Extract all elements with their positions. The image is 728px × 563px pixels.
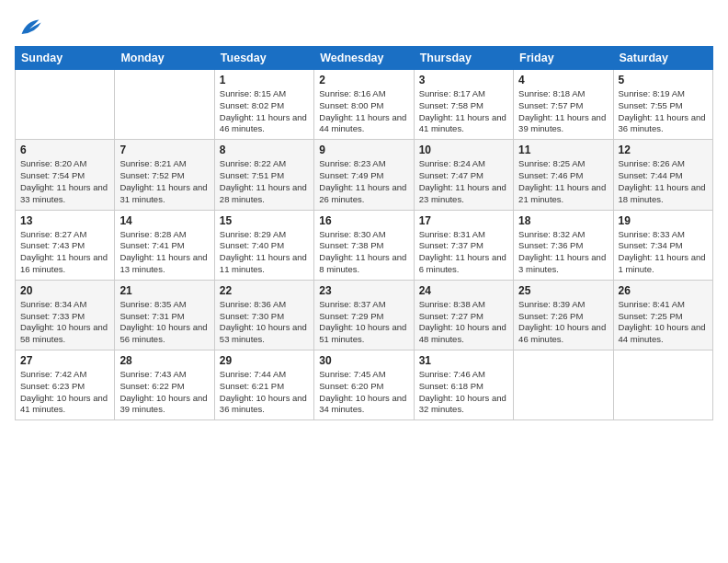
- calendar-cell: 4Sunrise: 8:18 AM Sunset: 7:57 PM Daylig…: [514, 70, 613, 140]
- day-info: Sunrise: 8:24 AM Sunset: 7:47 PM Dayligh…: [419, 158, 508, 205]
- day-info: Sunrise: 7:44 AM Sunset: 6:21 PM Dayligh…: [220, 369, 309, 416]
- logo: [15, 15, 42, 40]
- calendar-cell: 15Sunrise: 8:29 AM Sunset: 7:40 PM Dayli…: [214, 210, 313, 280]
- day-info: Sunrise: 8:31 AM Sunset: 7:37 PM Dayligh…: [419, 229, 508, 276]
- day-info: Sunrise: 7:43 AM Sunset: 6:22 PM Dayligh…: [119, 369, 209, 416]
- day-info: Sunrise: 8:41 AM Sunset: 7:25 PM Dayligh…: [619, 299, 708, 346]
- day-info: Sunrise: 8:25 AM Sunset: 7:46 PM Dayligh…: [518, 158, 608, 205]
- day-number: 10: [419, 144, 508, 156]
- calendar-week-3: 13Sunrise: 8:27 AM Sunset: 7:43 PM Dayli…: [16, 210, 713, 280]
- calendar-cell: 23Sunrise: 8:37 AM Sunset: 7:29 PM Dayli…: [314, 280, 414, 350]
- day-number: 18: [518, 214, 608, 227]
- day-number: 12: [619, 144, 708, 156]
- day-number: 26: [619, 284, 708, 297]
- day-info: Sunrise: 8:20 AM Sunset: 7:54 PM Dayligh…: [20, 158, 109, 205]
- day-info: Sunrise: 8:30 AM Sunset: 7:38 PM Dayligh…: [319, 229, 408, 276]
- day-info: Sunrise: 8:38 AM Sunset: 7:27 PM Dayligh…: [419, 299, 508, 346]
- calendar-cell: 19Sunrise: 8:33 AM Sunset: 7:34 PM Dayli…: [613, 210, 712, 280]
- calendar-cell: 7Sunrise: 8:21 AM Sunset: 7:52 PM Daylig…: [115, 140, 214, 210]
- calendar-week-4: 20Sunrise: 8:34 AM Sunset: 7:33 PM Dayli…: [16, 280, 713, 350]
- day-number: 8: [220, 144, 309, 156]
- calendar-cell: 26Sunrise: 8:41 AM Sunset: 7:25 PM Dayli…: [613, 280, 712, 350]
- day-number: 20: [20, 284, 109, 297]
- day-number: 24: [419, 284, 508, 297]
- day-info: Sunrise: 8:23 AM Sunset: 7:49 PM Dayligh…: [319, 158, 408, 205]
- logo-bird-icon: [17, 15, 42, 40]
- weekday-header-row: SundayMondayTuesdayWednesdayThursdayFrid…: [16, 47, 713, 70]
- calendar-cell: 10Sunrise: 8:24 AM Sunset: 7:47 PM Dayli…: [414, 140, 513, 210]
- weekday-header-monday: Monday: [115, 47, 214, 70]
- day-number: 29: [220, 354, 309, 367]
- day-number: 27: [20, 354, 109, 367]
- weekday-header-sunday: Sunday: [16, 47, 115, 70]
- day-info: Sunrise: 8:18 AM Sunset: 7:57 PM Dayligh…: [518, 88, 608, 135]
- calendar-cell: 30Sunrise: 7:45 AM Sunset: 6:20 PM Dayli…: [314, 350, 414, 420]
- calendar-cell: 28Sunrise: 7:43 AM Sunset: 6:22 PM Dayli…: [115, 350, 214, 420]
- day-info: Sunrise: 8:32 AM Sunset: 7:36 PM Dayligh…: [518, 229, 608, 276]
- calendar-cell: 25Sunrise: 8:39 AM Sunset: 7:26 PM Dayli…: [514, 280, 613, 350]
- day-number: 7: [119, 144, 209, 156]
- day-info: Sunrise: 8:29 AM Sunset: 7:40 PM Dayligh…: [220, 229, 309, 276]
- calendar-cell: 22Sunrise: 8:36 AM Sunset: 7:30 PM Dayli…: [214, 280, 313, 350]
- calendar-cell: 17Sunrise: 8:31 AM Sunset: 7:37 PM Dayli…: [414, 210, 513, 280]
- calendar-cell: 2Sunrise: 8:16 AM Sunset: 8:00 PM Daylig…: [314, 70, 414, 140]
- calendar-cell: 27Sunrise: 7:42 AM Sunset: 6:23 PM Dayli…: [16, 350, 115, 420]
- day-info: Sunrise: 8:39 AM Sunset: 7:26 PM Dayligh…: [518, 299, 608, 346]
- day-number: 14: [119, 214, 209, 227]
- day-info: Sunrise: 8:22 AM Sunset: 7:51 PM Dayligh…: [220, 158, 309, 205]
- day-number: 17: [419, 214, 508, 227]
- calendar-cell: 18Sunrise: 8:32 AM Sunset: 7:36 PM Dayli…: [514, 210, 613, 280]
- day-number: 15: [220, 214, 309, 227]
- calendar-table: SundayMondayTuesdayWednesdayThursdayFrid…: [15, 46, 713, 420]
- day-number: 11: [518, 144, 608, 156]
- day-number: 31: [419, 354, 508, 367]
- calendar-cell: 12Sunrise: 8:26 AM Sunset: 7:44 PM Dayli…: [613, 140, 712, 210]
- calendar-cell: 21Sunrise: 8:35 AM Sunset: 7:31 PM Dayli…: [115, 280, 214, 350]
- day-number: 1: [220, 74, 309, 86]
- day-number: 13: [20, 214, 109, 227]
- day-info: Sunrise: 8:28 AM Sunset: 7:41 PM Dayligh…: [119, 229, 209, 276]
- calendar-cell: 24Sunrise: 8:38 AM Sunset: 7:27 PM Dayli…: [414, 280, 513, 350]
- day-number: 2: [319, 74, 408, 86]
- day-info: Sunrise: 7:45 AM Sunset: 6:20 PM Dayligh…: [319, 369, 408, 416]
- calendar-cell: 3Sunrise: 8:17 AM Sunset: 7:58 PM Daylig…: [414, 70, 513, 140]
- calendar-cell: [613, 350, 712, 420]
- day-info: Sunrise: 8:35 AM Sunset: 7:31 PM Dayligh…: [119, 299, 209, 346]
- calendar-cell: 14Sunrise: 8:28 AM Sunset: 7:41 PM Dayli…: [115, 210, 214, 280]
- calendar-cell: 29Sunrise: 7:44 AM Sunset: 6:21 PM Dayli…: [214, 350, 313, 420]
- calendar-cell: 31Sunrise: 7:46 AM Sunset: 6:18 PM Dayli…: [414, 350, 513, 420]
- day-number: 30: [319, 354, 408, 367]
- day-info: Sunrise: 8:17 AM Sunset: 7:58 PM Dayligh…: [419, 88, 508, 135]
- weekday-header-friday: Friday: [514, 47, 613, 70]
- day-number: 19: [619, 214, 708, 227]
- calendar-cell: 5Sunrise: 8:19 AM Sunset: 7:55 PM Daylig…: [613, 70, 712, 140]
- calendar-cell: 6Sunrise: 8:20 AM Sunset: 7:54 PM Daylig…: [16, 140, 115, 210]
- calendar-cell: 11Sunrise: 8:25 AM Sunset: 7:46 PM Dayli…: [514, 140, 613, 210]
- calendar-week-2: 6Sunrise: 8:20 AM Sunset: 7:54 PM Daylig…: [16, 140, 713, 210]
- day-info: Sunrise: 8:27 AM Sunset: 7:43 PM Dayligh…: [20, 229, 109, 276]
- day-number: 4: [518, 74, 608, 86]
- day-info: Sunrise: 7:46 AM Sunset: 6:18 PM Dayligh…: [419, 369, 508, 416]
- day-number: 21: [119, 284, 209, 297]
- calendar-cell: [115, 70, 214, 140]
- day-number: 9: [319, 144, 408, 156]
- day-info: Sunrise: 7:42 AM Sunset: 6:23 PM Dayligh…: [20, 369, 109, 416]
- day-info: Sunrise: 8:16 AM Sunset: 8:00 PM Dayligh…: [319, 88, 408, 135]
- day-number: 22: [220, 284, 309, 297]
- day-info: Sunrise: 8:33 AM Sunset: 7:34 PM Dayligh…: [619, 229, 708, 276]
- calendar-cell: 1Sunrise: 8:15 AM Sunset: 8:02 PM Daylig…: [214, 70, 313, 140]
- day-info: Sunrise: 8:26 AM Sunset: 7:44 PM Dayligh…: [619, 158, 708, 205]
- day-info: Sunrise: 8:34 AM Sunset: 7:33 PM Dayligh…: [20, 299, 109, 346]
- calendar-cell: 8Sunrise: 8:22 AM Sunset: 7:51 PM Daylig…: [214, 140, 313, 210]
- calendar-cell: 20Sunrise: 8:34 AM Sunset: 7:33 PM Dayli…: [16, 280, 115, 350]
- day-info: Sunrise: 8:19 AM Sunset: 7:55 PM Dayligh…: [619, 88, 708, 135]
- calendar-cell: [514, 350, 613, 420]
- day-info: Sunrise: 8:36 AM Sunset: 7:30 PM Dayligh…: [220, 299, 309, 346]
- day-number: 5: [619, 74, 708, 86]
- weekday-header-wednesday: Wednesday: [314, 47, 414, 70]
- weekday-header-thursday: Thursday: [414, 47, 513, 70]
- day-number: 23: [319, 284, 408, 297]
- weekday-header-tuesday: Tuesday: [214, 47, 313, 70]
- calendar-cell: [16, 70, 115, 140]
- weekday-header-saturday: Saturday: [613, 47, 712, 70]
